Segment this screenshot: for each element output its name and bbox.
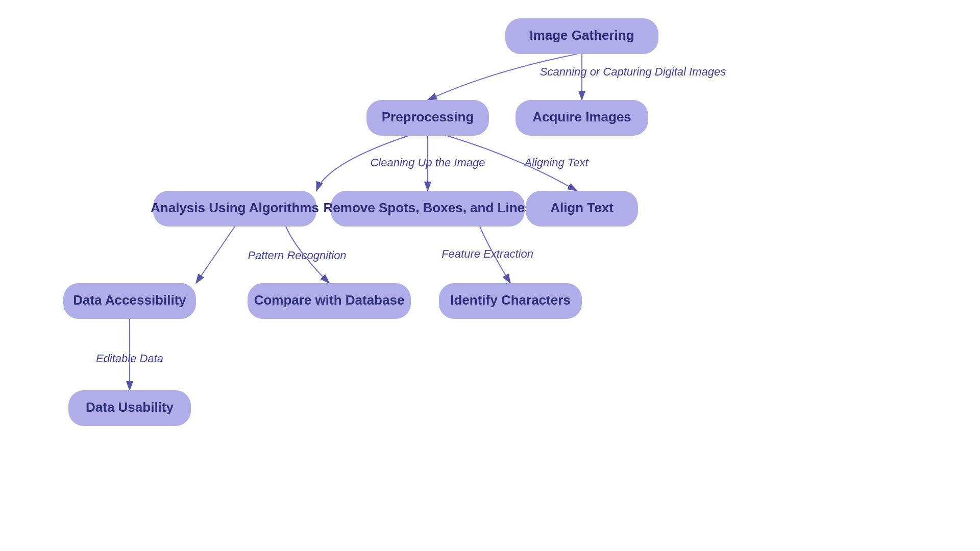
label-data-usability: Data Usability: [86, 399, 174, 415]
label-analysis-algorithms: Analysis Using Algorithms: [151, 200, 319, 215]
label-identify-characters: Identify Characters: [450, 292, 571, 308]
label-pattern: Pattern Recognition: [248, 249, 346, 262]
label-acquire-images: Acquire Images: [532, 109, 631, 124]
label-feature: Feature Extraction: [442, 247, 533, 260]
label-compare-database: Compare with Database: [254, 292, 405, 308]
label-image-gathering: Image Gathering: [529, 28, 634, 43]
label-align-text: Align Text: [550, 200, 614, 215]
label-remove-spots: Remove Spots, Boxes, and Lines: [324, 200, 532, 215]
label-scanning: Scanning or Capturing Digital Images: [540, 65, 726, 78]
label-data-accessibility: Data Accessibility: [73, 292, 186, 308]
label-cleaning: Cleaning Up the Image: [370, 156, 485, 169]
label-editable: Editable Data: [96, 352, 163, 365]
edge-analysis-to-accessibility: [196, 227, 235, 283]
label-preprocessing: Preprocessing: [382, 109, 474, 124]
flowchart-diagram: Scanning or Capturing Digital Images Cle…: [0, 0, 980, 551]
label-aligning: Aligning Text: [523, 156, 589, 169]
